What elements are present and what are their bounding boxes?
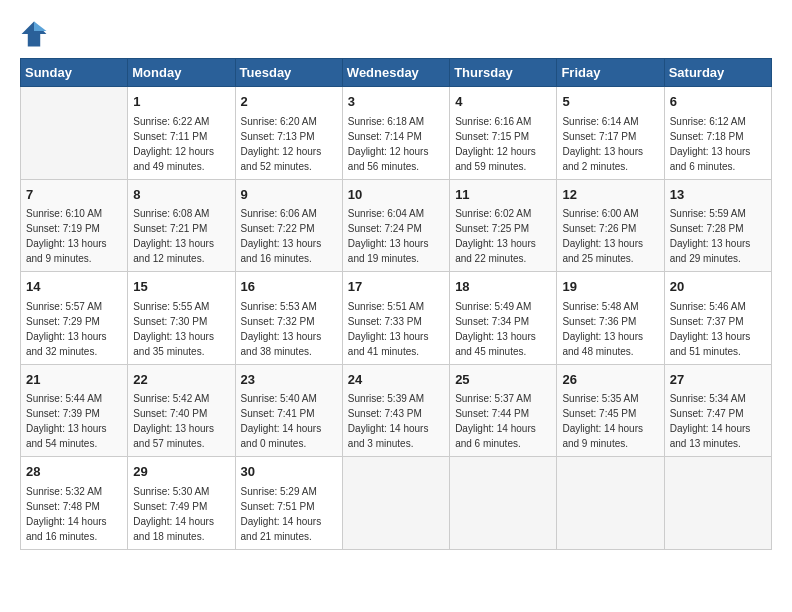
daylight: Daylight: 13 hours and 29 minutes. [670,238,751,264]
day-number: 10 [348,185,444,205]
calendar-cell: 12 Sunrise: 6:00 AM Sunset: 7:26 PM Dayl… [557,179,664,272]
sunset: Sunset: 7:34 PM [455,316,529,327]
daylight: Daylight: 12 hours and 56 minutes. [348,146,429,172]
weekday-header: Thursday [450,59,557,87]
sunset: Sunset: 7:17 PM [562,131,636,142]
day-number: 14 [26,277,122,297]
sunrise: Sunrise: 5:48 AM [562,301,638,312]
day-number: 19 [562,277,658,297]
cell-info: Sunrise: 5:53 AM Sunset: 7:32 PM Dayligh… [241,299,337,359]
sunset: Sunset: 7:13 PM [241,131,315,142]
logo-icon [20,20,48,48]
calendar-week-row: 14 Sunrise: 5:57 AM Sunset: 7:29 PM Dayl… [21,272,772,365]
calendar-cell: 16 Sunrise: 5:53 AM Sunset: 7:32 PM Dayl… [235,272,342,365]
sunrise: Sunrise: 6:04 AM [348,208,424,219]
weekday-header-row: SundayMondayTuesdayWednesdayThursdayFrid… [21,59,772,87]
sunset: Sunset: 7:43 PM [348,408,422,419]
weekday-header: Saturday [664,59,771,87]
sunset: Sunset: 7:21 PM [133,223,207,234]
sunset: Sunset: 7:22 PM [241,223,315,234]
sunset: Sunset: 7:51 PM [241,501,315,512]
cell-info: Sunrise: 5:40 AM Sunset: 7:41 PM Dayligh… [241,391,337,451]
day-number: 28 [26,462,122,482]
daylight: Daylight: 13 hours and 48 minutes. [562,331,643,357]
daylight: Daylight: 14 hours and 0 minutes. [241,423,322,449]
cell-info: Sunrise: 5:29 AM Sunset: 7:51 PM Dayligh… [241,484,337,544]
daylight: Daylight: 12 hours and 49 minutes. [133,146,214,172]
day-number: 20 [670,277,766,297]
sunrise: Sunrise: 6:02 AM [455,208,531,219]
calendar-cell: 27 Sunrise: 5:34 AM Sunset: 7:47 PM Dayl… [664,364,771,457]
calendar-cell: 6 Sunrise: 6:12 AM Sunset: 7:18 PM Dayli… [664,87,771,180]
sunset: Sunset: 7:44 PM [455,408,529,419]
calendar-cell: 21 Sunrise: 5:44 AM Sunset: 7:39 PM Dayl… [21,364,128,457]
sunrise: Sunrise: 5:57 AM [26,301,102,312]
weekday-header: Friday [557,59,664,87]
weekday-header: Monday [128,59,235,87]
daylight: Daylight: 13 hours and 16 minutes. [241,238,322,264]
day-number: 24 [348,370,444,390]
cell-info: Sunrise: 5:51 AM Sunset: 7:33 PM Dayligh… [348,299,444,359]
calendar-cell: 2 Sunrise: 6:20 AM Sunset: 7:13 PM Dayli… [235,87,342,180]
sunset: Sunset: 7:37 PM [670,316,744,327]
calendar-cell: 4 Sunrise: 6:16 AM Sunset: 7:15 PM Dayli… [450,87,557,180]
daylight: Daylight: 13 hours and 22 minutes. [455,238,536,264]
sunset: Sunset: 7:15 PM [455,131,529,142]
cell-info: Sunrise: 6:02 AM Sunset: 7:25 PM Dayligh… [455,206,551,266]
daylight: Daylight: 13 hours and 32 minutes. [26,331,107,357]
calendar-cell: 29 Sunrise: 5:30 AM Sunset: 7:49 PM Dayl… [128,457,235,550]
sunset: Sunset: 7:32 PM [241,316,315,327]
sunrise: Sunrise: 5:42 AM [133,393,209,404]
cell-info: Sunrise: 6:06 AM Sunset: 7:22 PM Dayligh… [241,206,337,266]
day-number: 21 [26,370,122,390]
calendar-cell: 15 Sunrise: 5:55 AM Sunset: 7:30 PM Dayl… [128,272,235,365]
cell-info: Sunrise: 6:12 AM Sunset: 7:18 PM Dayligh… [670,114,766,174]
cell-info: Sunrise: 5:34 AM Sunset: 7:47 PM Dayligh… [670,391,766,451]
sunrise: Sunrise: 5:51 AM [348,301,424,312]
day-number: 13 [670,185,766,205]
day-number: 25 [455,370,551,390]
daylight: Daylight: 13 hours and 25 minutes. [562,238,643,264]
cell-info: Sunrise: 6:22 AM Sunset: 7:11 PM Dayligh… [133,114,229,174]
daylight: Daylight: 13 hours and 38 minutes. [241,331,322,357]
cell-info: Sunrise: 5:57 AM Sunset: 7:29 PM Dayligh… [26,299,122,359]
daylight: Daylight: 14 hours and 6 minutes. [455,423,536,449]
calendar-cell: 22 Sunrise: 5:42 AM Sunset: 7:40 PM Dayl… [128,364,235,457]
weekday-header: Sunday [21,59,128,87]
sunset: Sunset: 7:25 PM [455,223,529,234]
sunrise: Sunrise: 6:12 AM [670,116,746,127]
sunrise: Sunrise: 5:35 AM [562,393,638,404]
calendar-cell: 14 Sunrise: 5:57 AM Sunset: 7:29 PM Dayl… [21,272,128,365]
calendar-week-row: 7 Sunrise: 6:10 AM Sunset: 7:19 PM Dayli… [21,179,772,272]
svg-marker-1 [34,22,46,31]
day-number: 16 [241,277,337,297]
sunrise: Sunrise: 5:29 AM [241,486,317,497]
sunset: Sunset: 7:36 PM [562,316,636,327]
daylight: Daylight: 13 hours and 6 minutes. [670,146,751,172]
daylight: Daylight: 12 hours and 52 minutes. [241,146,322,172]
daylight: Daylight: 13 hours and 19 minutes. [348,238,429,264]
daylight: Daylight: 13 hours and 12 minutes. [133,238,214,264]
cell-info: Sunrise: 6:18 AM Sunset: 7:14 PM Dayligh… [348,114,444,174]
day-number: 17 [348,277,444,297]
sunrise: Sunrise: 6:18 AM [348,116,424,127]
daylight: Daylight: 14 hours and 16 minutes. [26,516,107,542]
calendar-week-row: 28 Sunrise: 5:32 AM Sunset: 7:48 PM Dayl… [21,457,772,550]
cell-info: Sunrise: 6:20 AM Sunset: 7:13 PM Dayligh… [241,114,337,174]
daylight: Daylight: 12 hours and 59 minutes. [455,146,536,172]
calendar-cell: 7 Sunrise: 6:10 AM Sunset: 7:19 PM Dayli… [21,179,128,272]
calendar-week-row: 1 Sunrise: 6:22 AM Sunset: 7:11 PM Dayli… [21,87,772,180]
day-number: 5 [562,92,658,112]
sunrise: Sunrise: 6:06 AM [241,208,317,219]
sunrise: Sunrise: 6:08 AM [133,208,209,219]
calendar-cell: 25 Sunrise: 5:37 AM Sunset: 7:44 PM Dayl… [450,364,557,457]
sunrise: Sunrise: 5:34 AM [670,393,746,404]
sunrise: Sunrise: 6:14 AM [562,116,638,127]
cell-info: Sunrise: 5:37 AM Sunset: 7:44 PM Dayligh… [455,391,551,451]
day-number: 29 [133,462,229,482]
cell-info: Sunrise: 5:44 AM Sunset: 7:39 PM Dayligh… [26,391,122,451]
sunset: Sunset: 7:30 PM [133,316,207,327]
sunrise: Sunrise: 5:39 AM [348,393,424,404]
sunset: Sunset: 7:40 PM [133,408,207,419]
calendar-cell: 13 Sunrise: 5:59 AM Sunset: 7:28 PM Dayl… [664,179,771,272]
